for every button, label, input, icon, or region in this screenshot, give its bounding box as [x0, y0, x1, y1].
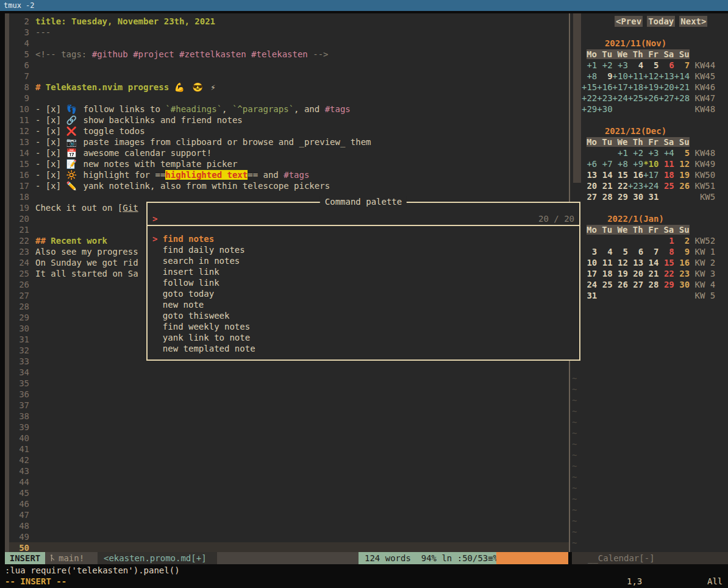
calendar-day[interactable]: 19 [674, 169, 690, 180]
calendar-day[interactable]: +2 [628, 147, 643, 158]
calendar-day[interactable]: +14 [674, 71, 690, 82]
calendar-day[interactable]: 22 [658, 268, 674, 279]
calendar-day[interactable]: 7 [643, 246, 658, 257]
calendar-day[interactable]: 21 [597, 180, 612, 191]
editor-line-13[interactable]: 13- [x] 📷 paste images from clipboard or… [9, 136, 569, 147]
calendar-day[interactable]: 7 [674, 60, 690, 71]
calendar-day[interactable]: 23 [674, 268, 690, 279]
editor-line-6[interactable]: 6 [9, 60, 569, 71]
calendar-day[interactable]: 1 [658, 235, 674, 246]
editor-line-8[interactable]: 8# Telekasten.nvim progress 💪 😎 ⚡ [9, 82, 569, 93]
editor-line-48[interactable]: 48 [9, 520, 569, 531]
palette-item-find-daily-notes[interactable]: find daily notes [148, 244, 579, 255]
calendar-day[interactable]: +16 [597, 82, 612, 93]
calendar-day[interactable]: +15 [582, 82, 597, 93]
calendar-day[interactable]: 14 [597, 169, 612, 180]
calendar-day[interactable]: +22 [582, 93, 597, 104]
calendar-day[interactable]: 29 [613, 191, 628, 202]
calendar-day[interactable]: 6 [628, 246, 643, 257]
prev-button[interactable]: <Prev [615, 16, 643, 27]
calendar-day[interactable]: 24 [582, 279, 597, 290]
editor-line-11[interactable]: 11- [x] 🔗 show backlinks and friend note… [9, 115, 569, 126]
editor-line-34[interactable]: 34 [9, 367, 569, 378]
calendar-day[interactable]: 5 [613, 246, 628, 257]
editor-line-16[interactable]: 16- [x] 🔆 highlight for ==highlighted te… [9, 169, 569, 180]
calendar-day[interactable]: 25 [658, 180, 674, 191]
calendar-day[interactable]: +28 [674, 93, 690, 104]
palette-item-goto-thisweek[interactable]: goto thisweek [148, 310, 579, 321]
calendar-day[interactable]: 26 [613, 279, 628, 290]
calendar-day[interactable]: +11 [628, 71, 643, 82]
calendar-day[interactable]: +19 [643, 82, 658, 93]
calendar-day[interactable]: 31 [643, 191, 658, 202]
calendar-day[interactable]: 29 [658, 279, 674, 290]
calendar-day[interactable]: 18 [597, 268, 612, 279]
calendar-day[interactable]: 4 [597, 246, 612, 257]
calendar-day[interactable]: +17 [643, 169, 658, 180]
next-button[interactable]: Next> [679, 16, 707, 27]
editor-line-49[interactable]: 49 [9, 531, 569, 542]
calendar-day[interactable]: +20 [658, 82, 674, 93]
calendar-day[interactable]: 28 [643, 279, 658, 290]
calendar-day[interactable]: +3 [643, 147, 658, 158]
calendar-day[interactable]: +25 [628, 93, 643, 104]
palette-item-new-note[interactable]: new note [148, 299, 579, 310]
calendar-day[interactable]: 25 [597, 279, 612, 290]
editor-line-7[interactable]: 7 [9, 71, 569, 82]
palette-item-new-templated-note[interactable]: new templated note [148, 343, 579, 354]
editor-line-5[interactable]: 5<!-- tags: #github #project #zettelkast… [9, 49, 569, 60]
calendar-day[interactable]: +8 [582, 71, 597, 82]
calendar-day[interactable]: 11 [658, 158, 674, 169]
calendar-day[interactable]: +18 [628, 82, 643, 93]
calendar-day[interactable]: 6 [658, 60, 674, 71]
calendar-day[interactable]: 2 [674, 235, 690, 246]
editor-line-47[interactable]: 47 [9, 509, 569, 520]
editor-line-18[interactable]: 18 [9, 191, 569, 202]
calendar-day[interactable]: 15 [658, 257, 674, 268]
editor-line-36[interactable]: 36 [9, 389, 569, 400]
calendar-day[interactable]: 27 [582, 191, 597, 202]
calendar-day[interactable]: +3 [613, 60, 628, 71]
palette-item-follow-link[interactable]: follow link [148, 277, 579, 288]
calendar-day[interactable]: +13 [658, 71, 674, 82]
calendar-day[interactable]: 9 [597, 71, 612, 82]
command-line[interactable]: :lua require('telekasten').panel() [5, 565, 180, 576]
editor-line-35[interactable]: 35 [9, 378, 569, 389]
tab-segment[interactable]: ≡ [11]tra… [496, 552, 568, 564]
editor-line-2[interactable]: 2title: Tuesday, November 23th, 2021 [9, 16, 569, 27]
editor-line-10[interactable]: 10- [x] 👣 follow links to `#headings`, `… [9, 104, 569, 115]
calendar-day[interactable]: 11 [597, 257, 612, 268]
calendar-day[interactable]: 31 [582, 290, 597, 301]
calendar-day[interactable]: 10 [582, 257, 597, 268]
today-button[interactable]: Today [647, 16, 675, 27]
editor-line-39[interactable]: 39 [9, 422, 569, 433]
palette-item-find-weekly-notes[interactable]: find weekly notes [148, 321, 579, 332]
palette-item-goto-today[interactable]: goto today [148, 288, 579, 299]
calendar-day[interactable]: 12 [613, 257, 628, 268]
editor-line-15[interactable]: 15- [x] 📝 new notes with template picker [9, 158, 569, 169]
editor-line-43[interactable]: 43 [9, 466, 569, 476]
palette-item-find-notes[interactable]: > find notes [148, 233, 579, 244]
editor-line-44[interactable]: 44 [9, 476, 569, 487]
palette-item-insert-link[interactable]: insert link [148, 266, 579, 277]
calendar-day[interactable]: +2 [597, 60, 612, 71]
calendar-day[interactable]: +1 [613, 147, 628, 158]
calendar-day[interactable]: 12 [674, 158, 690, 169]
editor-line-17[interactable]: 17- [x] ✏️ yank notelink, also from wthi… [9, 180, 569, 191]
calendar-day[interactable]: 30 [674, 279, 690, 290]
editor-line-12[interactable]: 12- [x] ❌ toggle todos [9, 126, 569, 136]
calendar-day[interactable]: 21 [643, 268, 658, 279]
calendar-day[interactable]: +17 [613, 82, 628, 93]
calendar-day[interactable]: 17 [582, 268, 597, 279]
calendar-day[interactable]: 27 [628, 279, 643, 290]
calendar-day[interactable]: 9 [674, 246, 690, 257]
editor-line-41[interactable]: 41 [9, 444, 569, 455]
left-scrollbar[interactable] [5, 13, 9, 552]
calendar-day[interactable]: +23 [597, 93, 612, 104]
calendar-day[interactable]: 13 [582, 169, 597, 180]
palette-item-search-in-notes[interactable]: search in notes [148, 255, 579, 266]
palette-item-yank-link-to-note[interactable]: yank link to note [148, 332, 579, 343]
calendar-day[interactable]: +24 [613, 93, 628, 104]
calendar-day[interactable]: 26 [674, 180, 690, 191]
calendar-day[interactable]: 30 [628, 191, 643, 202]
